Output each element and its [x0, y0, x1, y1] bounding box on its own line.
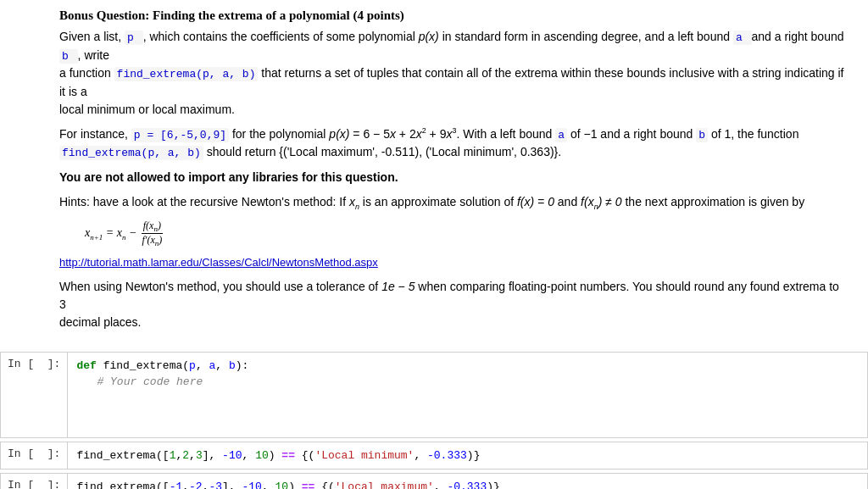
var-p-inline: p: [125, 31, 143, 45]
test2-func: find_extrema([: [76, 481, 169, 489]
var-b-inline: b: [59, 49, 78, 64]
desc1-text: Given a list,: [59, 30, 121, 43]
t1-eq: ==: [281, 449, 301, 462]
t2-comma: ,: [262, 481, 275, 489]
comment-text: # Your code here: [97, 375, 203, 388]
description-paragraph-1: Given a list, p , which contains the coe…: [59, 28, 848, 119]
comma1: ,: [196, 359, 209, 372]
bonus-title: Bonus Question: Finding the extrema of a…: [59, 8, 848, 23]
cell-3-content[interactable]: find_extrema([-1,-2,-3], -10, 10) == {('…: [68, 474, 867, 489]
t2-c1: ,: [182, 481, 189, 489]
content-area: Bonus Question: Finding the extrema of a…: [51, 0, 865, 347]
desc1d-text: and a right bound: [752, 30, 844, 43]
decimal-text: decimal places.: [59, 315, 142, 329]
desc1b-text: , which contains the coefficients of som…: [143, 30, 415, 43]
t2-set-comma: ,: [434, 481, 448, 489]
xn-var: xn: [349, 195, 359, 208]
newton-method-link[interactable]: http://tutorial.math.lamar.edu/Classes/C…: [59, 256, 378, 269]
cell-1-content[interactable]: def find_extrema(p, a, b): # Your code h…: [68, 353, 867, 437]
t2-neg10: -10: [242, 481, 262, 489]
example-paragraph: For instance, p = [6,-5,0,9] for the pol…: [59, 125, 848, 162]
newtons-formula: xn+1 = xn − f(xn) f′(xn): [85, 219, 848, 248]
fxn-neq: f(xn) ≠ 0: [581, 195, 622, 208]
newton-fraction: f(xn) f′(xn): [140, 219, 164, 248]
t1-close: ): [269, 449, 275, 462]
code-cell-1: In [ ]: def find_extrema(p, a, b): # You…: [0, 352, 868, 438]
t1-n2: 2: [182, 449, 189, 462]
cell-1-label: In [ ]:: [1, 353, 68, 437]
func-name: find_extrema(: [103, 359, 189, 372]
param-b: b: [229, 359, 236, 372]
t1-neg10: -10: [222, 449, 242, 462]
t2-close: ): [288, 481, 295, 489]
page-container: Bonus Question: Finding the extrema of a…: [0, 0, 868, 489]
write-text: , write: [78, 48, 109, 62]
link-paragraph: http://tutorial.math.lamar.edu/Classes/C…: [59, 253, 848, 271]
hints-and: and: [558, 195, 581, 208]
example-result-text: should return {('Local maximum', -0.511)…: [207, 145, 561, 158]
t1-set-open: {(: [302, 449, 315, 462]
tolerance-paragraph: When using Newton's method, you should u…: [59, 278, 848, 331]
example-func-code: find_extrema(p, a, b): [59, 146, 203, 160]
t2-10: 10: [275, 481, 289, 489]
t1-set-close: )}: [467, 449, 481, 462]
func-end: ):: [236, 359, 249, 372]
test1-func: find_extrema([: [76, 449, 169, 462]
cell-3-label: In [ ]:: [1, 474, 68, 489]
fx-eq: f(x) = 0: [517, 195, 554, 208]
t1-set-comma: ,: [414, 449, 427, 462]
code-cell-3: In [ ]: find_extrema([-1,-2,-3], -10, 10…: [0, 473, 868, 489]
example-poly-text: for the polynomial p(x) = 6 − 5x + 2x2 +…: [232, 127, 555, 141]
cell-2-label: In [ ]:: [1, 442, 68, 470]
hints-paragraph: Hints: have a look at the recursive Newt…: [59, 193, 848, 213]
bold-note-text: You are not allowed to import any librar…: [59, 170, 398, 184]
param-p: p: [189, 359, 196, 372]
t2-str: 'Local maximum': [335, 481, 434, 489]
example-b-code: b: [696, 128, 708, 142]
t1-val: -0.333: [427, 449, 467, 462]
tolerance-val: 1e − 5: [381, 280, 415, 293]
def-keyword: def: [76, 359, 96, 372]
t1-c2: ,: [189, 449, 196, 462]
example-a-code: a: [555, 128, 567, 142]
example-mid-text: of −1 and a right bound: [570, 127, 696, 141]
hints-mid: is an approximate solution of: [363, 195, 517, 208]
t2-set-open: {(: [321, 481, 335, 489]
hints-text: Hints: have a look at the recursive Newt…: [59, 195, 349, 208]
cell-2-content[interactable]: find_extrema([1,2,3], -10, 10) == {('Loc…: [68, 442, 867, 470]
t2-n1: -1: [170, 481, 183, 489]
tolerance-text: When using Newton's method, you should u…: [59, 280, 381, 293]
t2-end: ],: [222, 481, 242, 489]
t1-comma: ,: [242, 449, 256, 462]
t2-n2: -2: [189, 481, 203, 489]
t1-str: 'Local minimum': [314, 449, 414, 462]
code-cell-2: In [ ]: find_extrema([1,2,3], -10, 10) =…: [0, 442, 868, 470]
desc2-text: a function: [59, 66, 114, 80]
t2-val: -0.333: [447, 481, 487, 489]
newton-numerator: f(xn): [142, 219, 163, 234]
func-sig-inline: find_extrema(p, a, b): [114, 67, 259, 81]
t1-n3: 3: [196, 449, 203, 462]
desc1c-text: in standard form in ascending degree, an…: [442, 30, 730, 43]
cell-1-line-1: def find_extrema(p, a, b):: [76, 358, 859, 375]
newton-denominator: f′(xn): [140, 234, 164, 247]
t2-set-close: )}: [487, 481, 500, 489]
cell-1-line-2: # Your code here: [76, 374, 859, 391]
t2-n3: -3: [209, 481, 222, 489]
hints-end: the next approximation is given by: [625, 195, 804, 208]
t1-10: 10: [255, 449, 269, 462]
comma2: ,: [215, 359, 229, 372]
t1-end: ],: [203, 449, 222, 462]
poly-math: p(x): [419, 30, 442, 43]
newton-lhs: xn+1 = xn −: [85, 226, 136, 242]
var-a-inline: a: [733, 31, 752, 45]
bold-note-paragraph: You are not allowed to import any librar…: [59, 169, 848, 186]
t2-eq: ==: [302, 481, 321, 489]
example-end-text: of 1, the function: [711, 127, 799, 141]
example-intro: For instance,: [59, 127, 131, 141]
example-p-code: p = [6,-5,0,9]: [131, 128, 229, 142]
desc3-text: local minimum or local maximum.: [59, 103, 235, 116]
